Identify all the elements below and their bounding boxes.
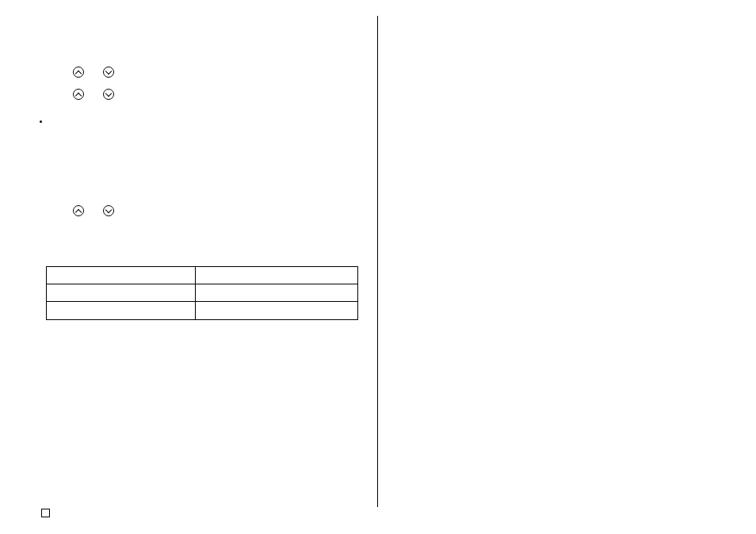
left-column: [0, 0, 377, 534]
table: [46, 266, 358, 320]
table-cell: [196, 302, 357, 319]
table-cell: [47, 267, 196, 284]
table-cell: [196, 284, 357, 301]
chevron-up-icon: [73, 89, 84, 100]
table-cell: [47, 302, 196, 319]
chevron-down-icon: [103, 67, 114, 78]
page: DATA DATA DATA DATA DATA: [0, 0, 756, 534]
chevron-down-icon: [103, 89, 114, 100]
bullet-icon: [40, 120, 42, 123]
column-divider: [377, 16, 378, 507]
table-row: [47, 284, 357, 302]
chevron-down-icon: [103, 205, 114, 216]
table-row: [47, 302, 357, 319]
table-cell: [196, 267, 357, 284]
chevron-pair-1: [73, 67, 114, 78]
chevron-up-icon: [73, 67, 84, 78]
chevron-up-icon: [73, 205, 84, 216]
chevron-pair-3: [73, 205, 114, 216]
table-cell: [47, 284, 196, 301]
table-row: [47, 267, 357, 284]
right-column: DATA DATA DATA DATA DATA: [377, 0, 756, 534]
page-number: [41, 509, 50, 517]
chevron-pair-2: [73, 89, 114, 100]
